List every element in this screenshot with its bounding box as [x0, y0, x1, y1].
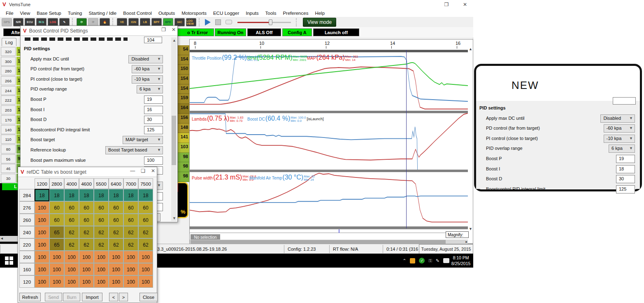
table-cell[interactable]: 98: [178, 153, 189, 163]
table-cell[interactable]: 150: [178, 65, 189, 75]
table-cell[interactable]: 62: [64, 238, 79, 251]
dialog-minimize-button[interactable]: —: [130, 168, 135, 174]
table-cell[interactable]: 60: [109, 214, 123, 226]
dialog-restore-button[interactable]: ❏: [141, 168, 145, 174]
setting-input[interactable]: 16: [144, 106, 163, 114]
table-cell[interactable]: 100: [138, 263, 153, 275]
table-cell[interactable]: 18: [94, 189, 109, 201]
table-cell[interactable]: 100: [79, 275, 94, 288]
table-cell[interactable]: 60: [79, 214, 94, 226]
inb-icon[interactable]: IN b: [36, 18, 46, 26]
table-cell[interactable]: 100: [94, 263, 109, 275]
dialog-scroll-thumb[interactable]: [172, 116, 176, 165]
import-button[interactable]: Import: [82, 293, 102, 301]
setting-input[interactable]: 30: [616, 175, 635, 183]
lambda-table-icon[interactable]: LB: [140, 18, 150, 26]
chart-scroll-down-icon[interactable]: ▼: [469, 227, 472, 231]
table-cell[interactable]: 154: [178, 84, 189, 94]
scroll-left-icon[interactable]: ◂: [1, 236, 3, 240]
table-cell[interactable]: 100: [79, 251, 94, 263]
tray-message-icon[interactable]: [443, 258, 449, 263]
table-cell[interactable]: 62: [79, 226, 94, 238]
log-view-icon[interactable]: LOG VIEW: [186, 18, 196, 26]
table-cell[interactable]: 100: [35, 263, 49, 275]
table-cell[interactable]: 65: [49, 226, 64, 238]
table-cell[interactable]: 148: [178, 124, 189, 133]
table-cell[interactable]: 103: [178, 143, 189, 153]
table-cell[interactable]: 154: [178, 75, 189, 84]
table-cell[interactable]: 18: [64, 189, 79, 201]
dialog-scrollbar[interactable]: ▲ ▼: [171, 37, 177, 221]
menu-motorsports[interactable]: Motorsports: [178, 10, 210, 16]
table-cell[interactable]: 62: [94, 226, 109, 238]
chart-scroll-up-icon[interactable]: ▲: [469, 47, 472, 51]
log-icon[interactable]: LOG: [48, 18, 58, 26]
table-cell[interactable]: 18: [109, 189, 123, 201]
table-cell[interactable]: 62: [94, 238, 109, 251]
burn-icon[interactable]: 🔥: [100, 18, 110, 26]
table-cell[interactable]: 18: [79, 189, 94, 201]
table-cell[interactable]: 159: [178, 94, 189, 104]
magnify-dropdown[interactable]: Magnify:: [446, 231, 469, 238]
table-cell[interactable]: 100: [123, 275, 138, 288]
table-cell[interactable]: 54: [178, 45, 189, 55]
menu-tuning[interactable]: Tuning: [65, 10, 86, 16]
ve-table-icon[interactable]: VE: [117, 18, 127, 26]
menu-boost-control[interactable]: Boost Control: [120, 10, 155, 16]
setting-select[interactable]: 6 kpa▼: [609, 145, 635, 153]
table-cell[interactable]: 62: [109, 238, 123, 251]
setting-select[interactable]: -10 kpa▼: [604, 135, 635, 143]
taskbar-clock[interactable]: 8:10 PM 8/25/2015: [450, 255, 472, 266]
clipped-setting-input[interactable]: 104: [144, 37, 162, 43]
scroll-up-icon[interactable]: ▲: [172, 38, 176, 42]
table-cell[interactable]: 18: [35, 189, 49, 201]
setting-input[interactable]: 19: [616, 155, 635, 163]
tray-key-icon[interactable]: ⚿: [428, 258, 432, 263]
tray-pen-icon[interactable]: ✎: [436, 258, 439, 263]
table-cell[interactable]: 100: [138, 251, 153, 263]
setting-input[interactable]: 125: [144, 126, 163, 134]
table-cell[interactable]: 60: [109, 201, 123, 214]
menu-starting-idle[interactable]: Starting / Idle: [85, 10, 120, 16]
menu-outputs[interactable]: Outputs: [155, 10, 178, 16]
table-cell[interactable]: 100: [109, 251, 123, 263]
prev-button[interactable]: <: [109, 293, 118, 301]
table-cell[interactable]: 100: [123, 263, 138, 275]
table-cell[interactable]: 18: [123, 189, 138, 201]
bpf-icon[interactable]: BPF: [151, 18, 162, 26]
table-cell[interactable]: 60: [64, 201, 79, 214]
table-cell[interactable]: 18: [138, 189, 153, 201]
table-cell[interactable]: 100: [138, 275, 153, 288]
table-cell[interactable]: 100: [49, 275, 64, 288]
table-cell[interactable]: 156: [178, 114, 189, 124]
tray-cube-icon[interactable]: [410, 258, 415, 263]
table-cell[interactable]: 164: [178, 104, 189, 114]
close-button[interactable]: Close: [139, 293, 158, 301]
table-cell[interactable]: 60: [94, 201, 109, 214]
gps-icon[interactable]: GPS: [2, 18, 12, 26]
table-cell[interactable]: 100: [49, 251, 64, 263]
table-cell[interactable]: 100: [35, 251, 49, 263]
table-cell[interactable]: 18: [49, 189, 64, 201]
bpe-icon[interactable]: BPE: [163, 18, 173, 26]
slider-thumb[interactable]: [269, 19, 272, 25]
setting-select[interactable]: -60 kpa▼: [132, 65, 163, 73]
table-cell[interactable]: 62: [123, 238, 138, 251]
table-cell[interactable]: 60: [64, 214, 79, 226]
close-window-button[interactable]: ✕: [459, 1, 471, 8]
setting-input[interactable]: 100: [144, 156, 163, 165]
table-cell[interactable]: 141: [178, 133, 189, 143]
table-cell[interactable]: 60: [138, 201, 153, 214]
dialog-close-button[interactable]: ✕: [151, 168, 155, 174]
tab-log[interactable]: Log: [2, 38, 16, 46]
table-cell[interactable]: 100: [94, 275, 109, 288]
table-cell[interactable]: 60: [138, 214, 153, 226]
setting-select[interactable]: Boost Target based▼: [105, 146, 163, 154]
tray-expand-icon[interactable]: ⌃: [402, 258, 406, 263]
setting-select[interactable]: -10 kpa▼: [132, 75, 163, 84]
table-cell[interactable]: 100: [64, 275, 79, 288]
scroll-right-icon[interactable]: ▸: [465, 240, 467, 244]
table-cell[interactable]: 62: [64, 226, 79, 238]
refresh-button[interactable]: Refresh: [19, 293, 41, 301]
table-cell[interactable]: 100: [109, 275, 123, 288]
